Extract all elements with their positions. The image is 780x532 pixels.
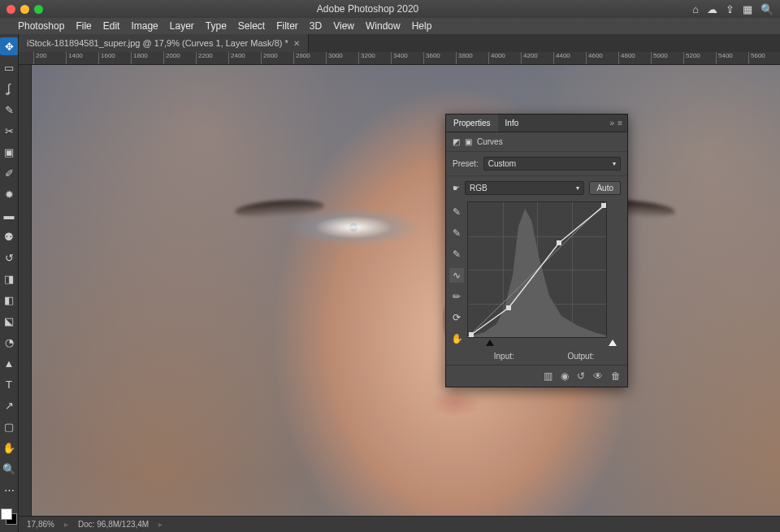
curves-graph[interactable] [467,201,607,338]
color-swatches[interactable] [1,508,17,525]
tool-palette: ✥ ▭ ʆ ✎ ✂ ▣ ✐ ✹ ▬ ⚉ ↺ ◨ ◧ ⬕ ◔ ▲ T ↗ ▢ ✋ … [0,34,19,532]
menu-photoshop[interactable]: Photoshop [18,20,64,32]
share-icon[interactable]: ⇪ [726,3,734,15]
edit-points-icon[interactable]: ∿ [449,268,464,283]
draw-curve-icon[interactable]: ✏ [449,289,464,304]
view-previous-icon[interactable]: ◉ [561,370,569,382]
menu-select[interactable]: Select [238,20,265,32]
menu-edit[interactable]: Edit [103,20,120,32]
close-document-icon[interactable]: ✕ [293,39,300,48]
output-label: Output: [567,352,594,361]
shape-tool[interactable]: ▢ [0,417,18,435]
curve-line[interactable] [468,202,606,337]
ruler-mark: 3000 [326,52,358,64]
edit-toolbar-button[interactable]: ⋯ [0,481,18,499]
ruler-mark: 200 [33,52,66,64]
tab-properties[interactable]: Properties [446,115,498,132]
move-tool[interactable]: ✥ [0,37,18,55]
ruler-mark: 1800 [131,52,163,64]
eyedropper-white-icon[interactable]: ✎ [449,247,464,262]
svg-rect-3 [506,305,511,310]
clone-stamp-tool[interactable]: ⚉ [0,227,18,245]
status-doc-size[interactable]: Doc: 96,8M/123,4M [78,520,149,529]
channel-select[interactable]: RGB▾ [465,181,584,195]
ruler-mark: 2200 [196,52,228,64]
pen-tool[interactable]: ▲ [0,354,18,372]
chevron-down-icon: ▾ [613,160,616,167]
eyedropper-tool[interactable]: ✐ [0,164,18,182]
document-tab-strip: iStock-181894581_super.jpg @ 17,9% (Curv… [19,34,780,52]
menu-type[interactable]: Type [206,20,227,32]
menu-file[interactable]: File [76,20,91,32]
ruler-mark: 4200 [521,52,553,64]
eyedropper-gray-icon[interactable]: ✎ [449,226,464,240]
menu-help[interactable]: Help [412,20,432,32]
menu-view[interactable]: View [333,20,354,32]
marquee-tool[interactable]: ▭ [0,58,18,76]
ruler-mark: 1400 [66,52,98,64]
document-tab[interactable]: iStock-181894581_super.jpg @ 17,9% (Curv… [19,34,309,52]
window-minimize-button[interactable] [20,5,29,14]
cloud-icon[interactable]: ☁ [707,3,717,15]
svg-rect-4 [557,240,561,245]
blur-tool[interactable]: ⬕ [0,312,18,330]
crop-tool[interactable]: ✂ [0,122,18,140]
ruler-mark: 1600 [98,52,131,64]
menu-layer[interactable]: Layer [170,20,194,32]
preset-select[interactable]: Custom▾ [483,157,621,171]
ruler-mark: 4600 [586,52,618,64]
foreground-color-swatch[interactable] [1,508,12,520]
menu-window[interactable]: Window [366,20,401,32]
eyedropper-black-icon[interactable]: ✎ [449,205,464,219]
mask-icon: ▣ [465,137,472,146]
quick-select-tool[interactable]: ✎ [0,101,18,119]
curves-side-tools: ✎ ✎ ✎ ∿ ✏ ⟳ ✋ [446,200,467,365]
input-label: Input: [494,352,514,361]
chevron-right-icon: ▸ [158,520,162,529]
ruler-mark: 3200 [358,52,391,64]
collapse-panel-icon[interactable]: » [610,119,615,128]
frame-tool[interactable]: ▣ [0,143,18,161]
dodge-tool[interactable]: ◔ [0,333,18,351]
canvas[interactable] [32,65,780,516]
reset-icon[interactable]: ↺ [577,370,585,382]
properties-panel[interactable]: Properties Info » ≡ ◩ ▣ Curves Preset: C… [445,114,628,387]
home-icon[interactable]: ⌂ [692,3,699,15]
preset-label: Preset: [453,159,479,168]
window-zoom-button[interactable] [34,5,43,14]
hand-tool[interactable]: ✋ [0,439,18,456]
ruler-mark: 3600 [423,52,456,64]
hand-icon[interactable]: ✋ [449,331,464,346]
lasso-tool[interactable]: ʆ [0,80,18,97]
clip-to-layer-icon[interactable]: ▥ [544,370,552,382]
auto-button[interactable]: Auto [589,181,621,195]
menu-3d[interactable]: 3D [310,20,322,32]
status-zoom[interactable]: 17,86% [27,520,54,529]
window-close-button[interactable] [6,5,15,14]
svg-line-1 [468,202,606,337]
menu-filter[interactable]: Filter [276,20,298,32]
smooth-icon[interactable]: ⟳ [449,310,464,325]
menu-image[interactable]: Image [131,20,158,32]
tab-info[interactable]: Info [498,115,526,132]
photo-content [32,65,780,516]
toggle-visibility-icon[interactable]: 👁 [593,370,603,382]
input-slider[interactable] [488,340,614,348]
path-select-tool[interactable]: ↗ [0,396,18,414]
vertical-ruler [19,65,32,516]
healing-brush-tool[interactable]: ✹ [0,185,18,203]
zoom-tool[interactable]: 🔍 [0,460,18,478]
ruler-mark: 4000 [488,52,521,64]
trash-icon[interactable]: 🗑 [611,370,621,382]
workspace-icon[interactable]: ▦ [743,3,752,15]
eraser-tool[interactable]: ◨ [0,270,18,288]
target-adjustment-icon[interactable]: ☛ [453,184,460,192]
history-brush-tool[interactable]: ↺ [0,249,18,266]
gradient-tool[interactable]: ◧ [0,291,18,309]
brush-tool[interactable]: ▬ [0,206,18,224]
type-tool[interactable]: T [0,375,18,393]
ruler-mark: 3800 [456,52,488,64]
ruler-mark: 2400 [228,52,261,64]
panel-menu-icon[interactable]: ≡ [618,119,622,128]
search-icon[interactable]: 🔍 [760,3,774,15]
